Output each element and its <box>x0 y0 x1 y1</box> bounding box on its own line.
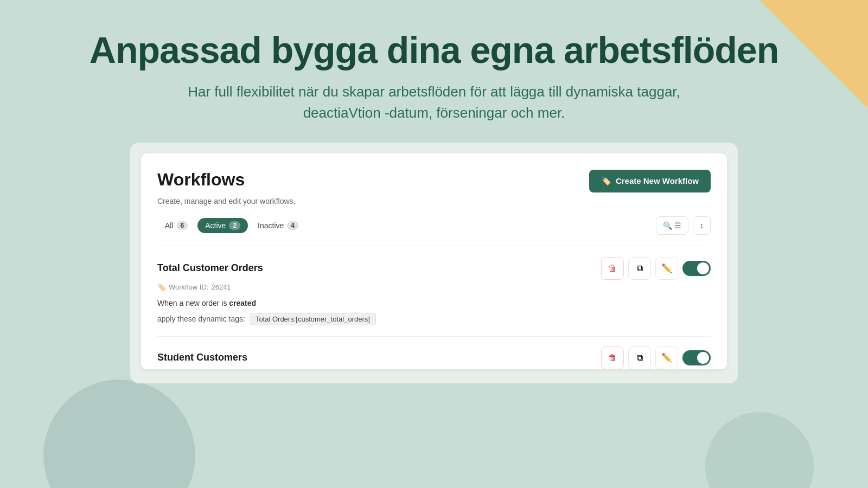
create-workflow-button[interactable]: 🏷️ Create New Workflow <box>589 170 711 192</box>
bottom-left-decoration <box>43 380 195 488</box>
create-button-label: Create New Workflow <box>616 176 699 185</box>
tag-badge-1: Total Orders:[customer_total_orders] <box>250 313 376 325</box>
panel-description: Create, manage and edit your workflows. <box>157 197 711 206</box>
panel-title-section: Workflows <box>157 170 245 190</box>
trigger-prefix: When a new order is <box>157 299 227 307</box>
workflow-1-copy-button[interactable]: ⧉ <box>628 257 651 280</box>
tab-inactive[interactable]: Inactive 4 <box>250 218 306 233</box>
workflow-2-edit-button[interactable]: ✏️ <box>655 346 678 369</box>
workflow-1-trigger: When a new order is created <box>157 299 711 307</box>
tab-all-badge: 6 <box>177 221 188 230</box>
tab-active[interactable]: Active 2 <box>197 218 248 233</box>
delete-icon-2: 🗑 <box>608 353 617 363</box>
hero-section: Anpassad bygga dina egna arbetsflöden Ha… <box>0 0 868 143</box>
tab-active-label: Active <box>205 221 226 230</box>
workflow-id-value: 26241 <box>211 283 231 291</box>
edit-icon-2: ✏️ <box>661 352 672 363</box>
create-icon: 🏷️ <box>601 176 611 186</box>
hero-title: Anpassad bygga dina egna arbetsflöden <box>11 30 857 70</box>
workflow-2-copy-button[interactable]: ⧉ <box>628 346 651 369</box>
workflow-1-actions: 🗑 ⧉ ✏️ <box>601 257 711 280</box>
workflow-2-name: Student Customers <box>157 352 247 363</box>
sort-button[interactable]: ↕ <box>693 216 711 235</box>
workflow-2-toggle[interactable] <box>682 350 711 365</box>
workflow-1-delete-button[interactable]: 🗑 <box>601 257 624 280</box>
tab-inactive-badge: 4 <box>287 221 298 230</box>
workflow-1-emoji: 🏷️ <box>157 283 166 291</box>
panel-header: Workflows 🏷️ Create New Workflow <box>157 170 711 192</box>
tab-all-label: All <box>165 221 174 230</box>
tab-all[interactable]: All 6 <box>157 218 195 233</box>
search-filter-button[interactable]: 🔍 ☰ <box>656 216 688 235</box>
workflows-panel: Workflows 🏷️ Create New Workflow Create,… <box>141 153 727 369</box>
workflow-1-name: Total Customer Orders <box>157 262 263 274</box>
workflow-1-edit-button[interactable]: ✏️ <box>655 257 678 280</box>
copy-icon-2: ⧉ <box>637 353 643 363</box>
tab-inactive-label: Inactive <box>258 221 284 230</box>
search-icon: 🔍 <box>663 221 672 230</box>
workflow-1-header: Total Customer Orders 🗑 ⧉ ✏️ <box>157 257 711 280</box>
workflow-2-header: Student Customers 🗑 ⧉ ✏️ <box>157 346 711 369</box>
workflow-item-2: Student Customers 🗑 ⧉ ✏️ <box>157 336 711 369</box>
tab-active-badge: 2 <box>229 221 240 230</box>
workflow-1-id: 🏷️ Workflow ID: 26241 <box>157 283 711 291</box>
workflow-1-tags-row: apply these dynamic tags: Total Orders:[… <box>157 313 711 325</box>
tags-prefix: apply these dynamic tags: <box>157 314 245 323</box>
trigger-action: created <box>229 299 256 307</box>
hero-subtitle: Har full flexibilitet när du skapar arbe… <box>149 81 719 124</box>
workflow-item-1: Total Customer Orders 🗑 ⧉ ✏️ 🏷️ Workf <box>157 246 711 336</box>
tabs-row: All 6 Active 2 Inactive 4 🔍 ☰ ↕ <box>157 216 711 235</box>
workflow-id-label: Workflow ID: <box>169 283 208 291</box>
sort-icon: ↕ <box>700 221 704 230</box>
copy-icon: ⧉ <box>637 264 643 273</box>
workflow-2-actions: 🗑 ⧉ ✏️ <box>601 346 711 369</box>
toolbar-buttons: 🔍 ☰ ↕ <box>656 216 711 235</box>
filter-icon: ☰ <box>674 221 681 230</box>
workflow-1-toggle[interactable] <box>682 261 711 276</box>
workflow-2-delete-button[interactable]: 🗑 <box>601 346 624 369</box>
app-container: Workflows 🏷️ Create New Workflow Create,… <box>130 143 738 383</box>
delete-icon: 🗑 <box>608 264 617 273</box>
edit-icon: ✏️ <box>661 263 672 273</box>
tabs-container: All 6 Active 2 Inactive 4 <box>157 218 306 233</box>
bottom-right-decoration <box>705 412 814 488</box>
panel-title: Workflows <box>157 170 245 190</box>
